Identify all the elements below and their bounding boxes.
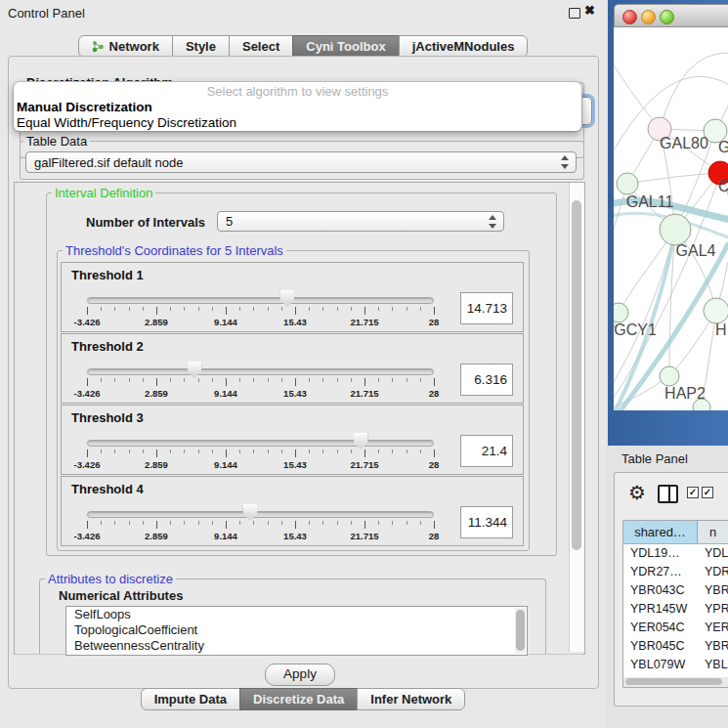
threshold-3-box: Threshold 3 -3.4262.8599.14415.4321.7152… — [61, 405, 524, 475]
tick-mark — [322, 521, 323, 525]
column-header-name[interactable]: n — [698, 521, 728, 543]
tick-mark — [378, 378, 379, 382]
table-row[interactable]: YPR145WYPR1 — [623, 600, 728, 619]
table-row[interactable]: YER054CYER0 — [623, 619, 728, 637]
threshold-4-slider[interactable]: -3.4262.8599.14415.4321.71528 — [87, 503, 434, 542]
number-of-intervals-combobox[interactable]: 5 — [217, 211, 504, 232]
tick-mark — [101, 521, 102, 525]
panel-scrollbar[interactable] — [569, 183, 584, 652]
table-cell: YDL1 — [698, 544, 728, 563]
threshold-3-value-field[interactable]: 21.4 — [460, 435, 513, 467]
cyni-mode-tabs: Impute Data Discretize Data Infer Networ… — [0, 688, 606, 710]
threshold-3-slider[interactable]: -3.4262.8599.14415.4321.71528 — [87, 432, 434, 471]
tick-mark — [198, 378, 199, 382]
tick-mark — [129, 521, 130, 525]
tab-style[interactable]: Style — [172, 35, 230, 58]
tick-mark — [281, 521, 282, 525]
network-window-titlebar[interactable] — [614, 4, 728, 27]
tab-cyni-toolbox[interactable]: Cyni Toolbox — [292, 35, 399, 58]
tick-mark — [351, 521, 352, 525]
tick-mark — [309, 450, 310, 453]
node-GAL11[interactable] — [617, 173, 638, 194]
tick-mark — [281, 378, 282, 382]
node-HAP2[interactable] — [660, 366, 679, 386]
close-icon[interactable]: ✖ — [584, 3, 595, 18]
close-traffic-light[interactable] — [622, 10, 637, 24]
node-GCY1[interactable] — [614, 303, 628, 322]
dropdown-placeholder-item[interactable]: Select algorithm to view settings — [14, 84, 581, 100]
tick-mark — [364, 378, 365, 386]
threshold-1-slider[interactable]: -3.4262.8599.14415.4321.71528 — [87, 289, 434, 328]
table-row[interactable]: YBR045CYBR0 — [623, 637, 728, 656]
tick-mark — [226, 450, 227, 457]
scrollbar-thumb[interactable] — [572, 200, 581, 550]
minimize-traffic-light[interactable] — [641, 10, 656, 24]
slider-tick-label: 2.859 — [145, 388, 168, 399]
tab-network[interactable]: Network — [78, 35, 173, 58]
tick-mark — [407, 307, 407, 311]
tab-infer-network[interactable]: Infer Network — [357, 688, 465, 710]
attribute-item[interactable]: TopologicalCoefficient — [66, 622, 527, 638]
tick-mark — [407, 378, 407, 382]
slider-tick-label: 9.144 — [214, 459, 237, 470]
node-H[interactable] — [704, 298, 728, 323]
tick-mark — [392, 521, 393, 525]
table-row[interactable]: YDR27…YDR2 — [623, 563, 728, 581]
tick-mark — [268, 450, 269, 453]
tab-select[interactable]: Select — [229, 35, 293, 58]
node-label: C — [718, 178, 728, 194]
slider-tick-label: 2.859 — [145, 531, 168, 541]
tick-mark — [434, 307, 435, 315]
table-row[interactable]: YDL19…YDL1 — [623, 544, 728, 563]
table-row[interactable]: YBL079WYBL0 — [623, 656, 728, 674]
tick-mark — [420, 450, 421, 453]
threshold-2-slider[interactable]: -3.4262.8599.14415.4321.71528 — [87, 361, 434, 400]
apply-button[interactable]: Apply — [265, 664, 335, 686]
tab-discretize-data[interactable]: Discretize Data — [239, 688, 358, 710]
tick-mark — [392, 450, 393, 453]
split-columns-icon[interactable] — [658, 485, 678, 503]
float-window-icon[interactable] — [569, 8, 580, 19]
node-label: GA — [718, 139, 728, 155]
tick-mark — [253, 307, 254, 311]
table-row[interactable]: YBR043CYBR0 — [623, 581, 728, 600]
network-canvas[interactable]: GAL80 GA C GAL11 GAL4 GCY1 H HAP2 — [614, 27, 728, 410]
slider-track[interactable] — [87, 511, 434, 518]
threshold-4-value-field[interactable]: 11.344 — [460, 506, 513, 538]
tab-jactivemnodules[interactable]: jActiveMNodules — [399, 35, 529, 58]
tick-mark — [364, 450, 365, 457]
attribute-item[interactable]: BetweennessCentrality — [66, 638, 527, 654]
checkbox-icon[interactable]: ✓ — [702, 487, 713, 498]
tick-mark — [114, 307, 115, 311]
table-data-combobox[interactable]: galFiltered.sif default node — [25, 151, 577, 173]
dropdown-option-equal-width[interactable]: Equal Width/Frequency Discretization — [14, 115, 581, 131]
numerical-attributes-list[interactable]: SelfLoopsTopologicalCoefficientBetweenne… — [65, 606, 528, 656]
list-scrollbar[interactable] — [515, 608, 526, 654]
tick-mark — [101, 450, 102, 453]
slider-tick-label: 28 — [429, 459, 440, 470]
slider-thumb[interactable] — [242, 504, 257, 521]
column-header-shared-name[interactable]: shared… — [623, 521, 698, 543]
tick-mark — [198, 450, 199, 453]
slider-thumb[interactable] — [279, 290, 294, 307]
slider-track[interactable] — [87, 440, 434, 447]
threshold-2-value-field[interactable]: 6.316 — [460, 364, 513, 396]
node-GAL4[interactable] — [660, 214, 691, 245]
tick-mark — [364, 307, 365, 315]
slider-thumb[interactable] — [354, 433, 368, 450]
gear-icon[interactable]: ⚙ — [628, 481, 646, 504]
zoom-traffic-light[interactable] — [660, 10, 674, 24]
threshold-3-label: Threshold 3 — [71, 410, 144, 425]
threshold-1-value-field[interactable]: 14.713 — [460, 292, 513, 324]
slider-thumb[interactable] — [188, 362, 202, 378]
tick-mark — [170, 378, 171, 382]
dropdown-option-manual[interactable]: Manual Discretization — [14, 100, 581, 115]
slider-track[interactable] — [87, 297, 434, 304]
slider-track[interactable] — [87, 368, 434, 375]
attribute-item[interactable]: SelfLoops — [66, 607, 527, 622]
table-horizontal-scrollbar[interactable] — [623, 677, 728, 687]
checkbox-icon[interactable]: ✓ — [687, 487, 699, 498]
number-of-intervals-label: Number of Intervals — [86, 215, 205, 230]
tab-impute-data[interactable]: Impute Data — [141, 688, 240, 710]
tick-mark — [253, 450, 254, 453]
